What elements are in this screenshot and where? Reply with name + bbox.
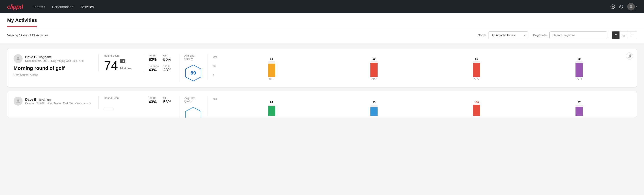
filter-bar: Viewing 12 out of 29 Activities Show: Al… [0,27,644,43]
nav-activities[interactable]: Activities [78,3,97,10]
nav-teams[interactable]: Teams ▾ [30,3,48,10]
expanded-list-view-button[interactable]: ☰ [628,32,637,39]
quality-value: 89 [190,70,196,76]
putt-value: 89 [578,57,581,60]
holes-count: 18 Holes [120,67,131,70]
user-row: Dave Billingham December 05, 2021 - Gog … [14,54,93,63]
bar2-arg: 106 [425,101,528,116]
bar2-ott: 94 [220,101,323,116]
round-score-label: Round Score [104,54,138,57]
add-button[interactable] [610,4,615,9]
ott-label: OTT [269,78,274,80]
score-badge: +4 [120,59,126,63]
putt-label: PUTT [576,78,582,80]
one-putt-stat: 1 Putt 28% [163,65,174,72]
keywords-label: Keywords: [533,34,548,37]
arg-value: 89 [475,57,478,60]
y-label-50: 50 [213,65,217,68]
user-name: Dave Billingham [25,55,84,59]
performance-chevron-icon: ▾ [72,6,74,8]
shot-quality-chart-2: 100 94 83 106 [208,96,630,116]
bar-putt: 89 PUTT [528,57,630,80]
fw-hit-label: FW Hit [148,96,159,99]
svg-marker-4 [186,107,201,118]
activities-list: Dave Billingham December 05, 2021 - Gog … [0,43,644,123]
round-score-label: Round Score [104,96,138,100]
app2-bar [370,107,378,116]
bar2-app: 83 [323,101,426,116]
ott2-value: 94 [270,101,273,104]
nav-performance[interactable]: Performance ▾ [49,3,76,10]
bar-arg: 89 ARG [425,57,528,80]
activity-card: Dave Billingham October 16, 2021 - Gog M… [7,91,637,118]
avg-shot-label: Avg Shot Quality [184,54,202,60]
avg-shot-label: Avg Shot Quality [184,96,202,103]
viewing-middle: out of [23,34,32,37]
y-label-0: 0 [213,74,217,76]
user-info: Dave Billingham October 16, 2021 - Gog M… [25,98,91,105]
gir-value: 50% [163,57,174,62]
avatar [14,96,22,106]
updown-stat: Up/Down 43% [148,65,159,72]
view-toggle-group: ≡ ⊞ ☰ [612,31,637,39]
quality-hexagon: 89 [184,64,202,82]
ott-value: 85 [270,57,273,60]
activity-type-select-wrapper: All Activity Types [488,32,528,39]
compact-list-view-button[interactable]: ≡ [612,32,620,39]
gir-label: GIR [163,96,174,99]
putt-bar [576,63,583,77]
gir-value: 56% [163,100,174,104]
arg-label: ARG [474,78,479,80]
fw-hit-stat: FW Hit 62% [148,54,159,62]
total-count: 29 [32,34,36,37]
activity-type-select[interactable]: All Activity Types [488,32,528,39]
shot-quality-chart: 100 50 0 85 OTT 90 [208,54,630,80]
updown-value: 43% [148,68,159,72]
score-value: 74 [104,59,118,72]
putt2-value: 87 [578,101,581,104]
y2-label-100: 100 [213,98,217,100]
refresh-button[interactable] [619,4,624,9]
page-title: My Activities [7,14,37,27]
search-input[interactable] [550,32,608,39]
gir-stat: GIR 56% [163,96,174,104]
ott-bar [268,64,275,77]
arg2-bar [473,105,480,116]
arg2-value: 106 [474,101,479,104]
round-score-section: Round Score [98,96,143,109]
fw-hit-label: FW Hit [148,54,159,57]
keywords-filter-group: Keywords: [533,32,607,39]
user-row: Dave Billingham October 16, 2021 - Gog M… [14,96,93,106]
fw-hit-value: 43% [148,100,159,104]
app2-value: 83 [373,101,376,104]
score-display [104,102,138,109]
one-putt-label: 1 Putt [163,65,174,68]
gir-stat: GIR 50% [163,54,174,62]
score-display: 74 +4 18 Holes [104,59,138,72]
stats-grid: FW Hit 43% GIR 56% [148,96,174,104]
avg-shot-quality-section: Avg Shot Quality 89 [179,54,208,82]
card-info: Dave Billingham October 16, 2021 - Gog M… [14,96,98,108]
round-score-section: Round Score 74 +4 18 Holes [98,54,143,72]
grid-view-button[interactable]: ⊞ [620,32,628,39]
card-info: Dave Billingham December 05, 2021 - Gog … [14,54,98,76]
stats-section: FW Hit 62% GIR 50% Up/Down 43% 1 Putt 28… [143,54,179,72]
logo[interactable]: clippd [7,3,23,10]
hexagon-container: 89 [184,64,202,82]
activity-date: December 05, 2021 - Gog Magog Golf Club … [25,59,84,62]
user-menu[interactable]: ▾ [627,3,637,10]
avg-shot-quality-section: Avg Shot Quality [179,96,208,118]
navbar-actions: ▾ [610,3,637,10]
viewing-suffix: Activities [36,34,48,37]
ott2-bar [268,106,275,116]
activity-date: October 16, 2021 - Gog Magog Golf Club -… [25,102,91,105]
app-label: APP [372,78,376,80]
bar-app: 90 APP [323,57,426,80]
y-label-100: 100 [213,56,217,58]
user-name: Dave Billingham [25,98,91,101]
fw-hit-stat: FW Hit 43% [148,96,159,104]
navbar: clippd Teams ▾ Performance ▾ Activities [0,0,644,14]
bar-ott: 85 OTT [220,57,323,80]
show-label: Show: [478,34,486,37]
app-bar [370,63,378,77]
